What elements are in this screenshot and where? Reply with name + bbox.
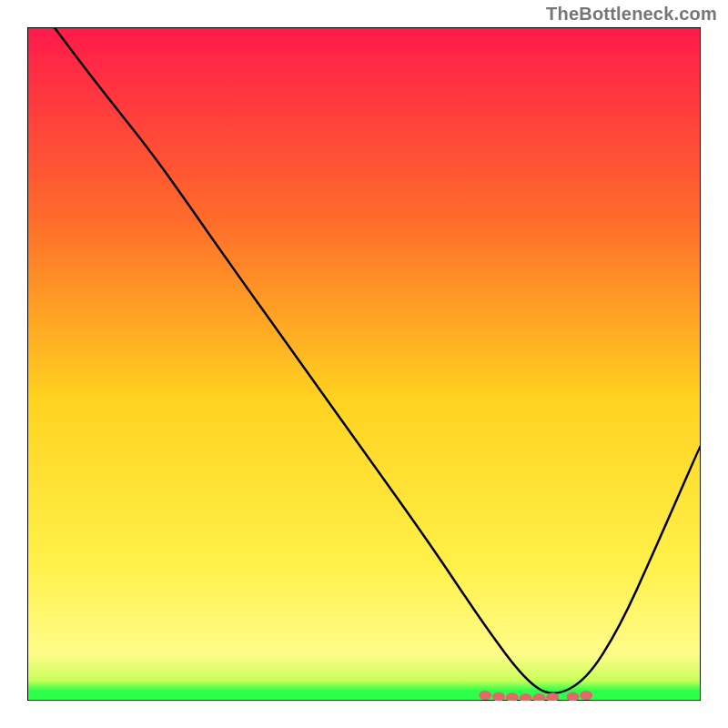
chart-container: TheBottleneck.com (0, 0, 728, 728)
watermark-text: TheBottleneck.com (546, 4, 717, 25)
chart-svg (27, 27, 701, 701)
marker-dot (580, 691, 592, 700)
marker-dot (479, 691, 491, 700)
gradient-background (27, 27, 701, 701)
plot-area (27, 27, 701, 701)
